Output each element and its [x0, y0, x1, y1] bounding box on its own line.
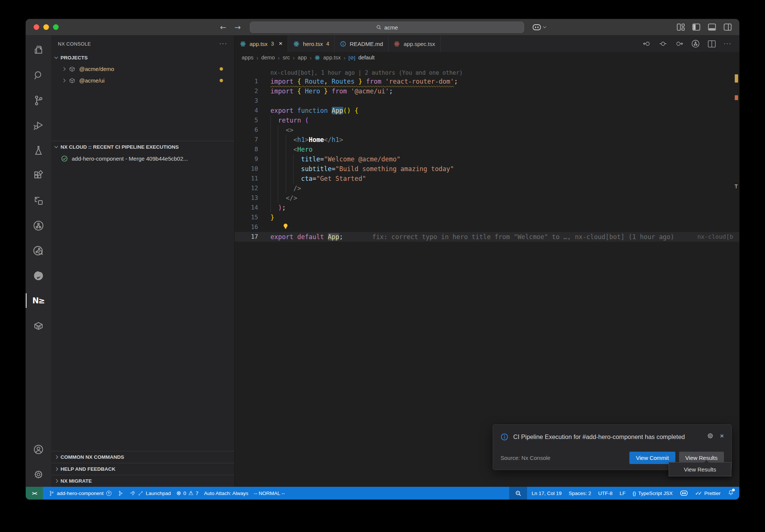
- maximize-window-button[interactable]: [53, 24, 59, 30]
- notification-close-icon[interactable]: ×: [720, 432, 724, 439]
- tab-app-spec-tsx[interactable]: app.spec.tsx: [388, 35, 440, 52]
- breadcrumb-item[interactable]: src: [283, 55, 290, 61]
- code-line[interactable]: 5 return (: [235, 115, 739, 125]
- testing-icon[interactable]: [26, 138, 51, 163]
- source-control-icon[interactable]: [26, 88, 51, 113]
- encoding-item[interactable]: UTF-8: [598, 491, 613, 496]
- copilot-menu[interactable]: [532, 24, 546, 31]
- breadcrumb-item[interactable]: default: [358, 55, 375, 61]
- copilot-icon: [532, 24, 541, 31]
- tab-label: hero.tsx: [303, 41, 323, 47]
- line-number: 4: [235, 106, 258, 115]
- editor-more-actions-icon[interactable]: ···: [724, 40, 732, 47]
- zoom-icon: [515, 490, 521, 497]
- code-line[interactable]: 11 cta="Get Started": [235, 174, 739, 183]
- pane-label: COMMON NX COMMANDS: [61, 454, 124, 460]
- extensions-icon[interactable]: [26, 163, 51, 188]
- nx-cloud-section-header[interactable]: NX CLOUD :: RECENT CI PIPELINE EXECUTION…: [51, 141, 234, 152]
- nx-cloud-graph-icon[interactable]: [26, 213, 51, 238]
- tab-app-tsx[interactable]: app.tsx 3 ×: [235, 35, 288, 52]
- notifications-bell[interactable]: [728, 489, 734, 497]
- tab-hero-tsx[interactable]: hero.tsx 4: [288, 35, 335, 52]
- code-line[interactable]: 10 subtitle="Build something amazing tod…: [235, 164, 739, 174]
- vim-mode-indicator[interactable]: -- NORMAL --: [254, 491, 285, 496]
- settings-gear-icon[interactable]: [26, 462, 51, 487]
- sidebar-more-actions[interactable]: ···: [219, 40, 227, 47]
- notification-source: Source: Nx Console: [501, 455, 550, 461]
- breadcrumb-item[interactable]: app: [298, 55, 307, 61]
- code-line[interactable]: 6 <>: [235, 125, 739, 135]
- code-line[interactable]: 16: [235, 222, 739, 232]
- lightbulb-icon[interactable]: [283, 222, 288, 232]
- help-and-feedback-header[interactable]: HELP AND FEEDBACK: [51, 463, 234, 475]
- chevron-right-icon: [62, 79, 66, 83]
- code-line[interactable]: 7 <h1>Home</h1>: [235, 135, 739, 145]
- breadcrumb-item[interactable]: apps: [242, 55, 253, 61]
- explorer-icon[interactable]: [26, 38, 51, 63]
- toggle-panel-icon[interactable]: [708, 24, 716, 31]
- edge-browser-icon[interactable]: [26, 263, 51, 288]
- accounts-icon[interactable]: [26, 437, 51, 462]
- nx-migrate-header[interactable]: NX MIGRATE: [51, 475, 234, 487]
- projects-section-header[interactable]: PROJECTS: [51, 52, 234, 63]
- back-icon[interactable]: ←: [220, 23, 226, 32]
- code-editor[interactable]: nx-cloud[bot], 1 hour ago | 2 authors (Y…: [235, 63, 739, 487]
- split-editor-icon[interactable]: [708, 40, 716, 47]
- code-line[interactable]: 1import { Route, Routes } from 'react-ro…: [235, 77, 739, 86]
- nx-console-icon[interactable]: N≥: [26, 288, 51, 313]
- pipeline-execution-item[interactable]: add-hero-component - Merge 409b44e5cb02.…: [51, 152, 234, 165]
- eol-item[interactable]: LF: [620, 491, 626, 496]
- container-tools-icon[interactable]: [26, 313, 51, 338]
- problems-item[interactable]: ⊗ 0 ⚠ 7: [176, 490, 198, 497]
- forward-icon[interactable]: →: [235, 23, 241, 32]
- code-line[interactable]: 13 </>: [235, 193, 739, 203]
- graph-inspect-icon[interactable]: [26, 238, 51, 263]
- code-line[interactable]: 3: [235, 96, 739, 106]
- tab-readme-md[interactable]: README.md: [335, 35, 388, 52]
- line-number: 9: [235, 154, 258, 164]
- toggle-primary-sidebar-icon[interactable]: [692, 24, 700, 31]
- minimize-window-button[interactable]: [43, 24, 49, 30]
- command-center-search[interactable]: acme: [250, 22, 524, 33]
- search-icon: [376, 25, 381, 30]
- toggle-secondary-sidebar-icon[interactable]: [724, 24, 732, 31]
- close-tab-icon[interactable]: ×: [279, 40, 282, 47]
- customize-layout-icon[interactable]: [677, 24, 685, 31]
- code-line[interactable]: 8 <Hero: [235, 145, 739, 154]
- auto-attach-item[interactable]: Auto Attach: Always: [204, 491, 248, 496]
- cursor-position-item[interactable]: Ln 17, Col 19: [532, 491, 561, 496]
- prev-change-icon[interactable]: [643, 40, 651, 47]
- remote-explorer-icon[interactable]: [26, 188, 51, 213]
- notification-settings-gear-icon[interactable]: [707, 432, 714, 439]
- code-line[interactable]: 17export default App;fix: correct typo i…: [235, 232, 739, 242]
- zoom-status-item[interactable]: [509, 487, 527, 499]
- commit-graph-icon[interactable]: [691, 39, 700, 48]
- project-item-acme-demo[interactable]: @acme/demo: [51, 63, 234, 75]
- code-line[interactable]: 12 />: [235, 183, 739, 193]
- search-sidebar-icon[interactable]: [26, 63, 51, 88]
- breadcrumb-item[interactable]: app.tsx: [323, 55, 341, 61]
- run-debug-icon[interactable]: [26, 113, 51, 138]
- modified-dot: [220, 79, 223, 82]
- line-number: 12: [235, 183, 258, 193]
- code-line[interactable]: 2import { Hero } from '@acme/ui';: [235, 86, 739, 96]
- prettier-item[interactable]: ✓✓ Prettier: [695, 490, 721, 496]
- remote-indicator[interactable]: ><: [26, 487, 43, 499]
- commit-graph-status-item[interactable]: [118, 490, 124, 497]
- code-line[interactable]: 15}: [235, 213, 739, 222]
- launchpad-item[interactable]: Launchpad: [129, 490, 171, 497]
- breadcrumb-item[interactable]: demo: [261, 55, 275, 61]
- next-change-icon[interactable]: [675, 40, 683, 47]
- close-window-button[interactable]: [34, 24, 39, 30]
- indentation-item[interactable]: Spaces: 2: [569, 491, 591, 496]
- common-nx-commands-header[interactable]: COMMON NX COMMANDS: [51, 451, 234, 463]
- copilot-status-item[interactable]: [680, 490, 688, 496]
- toggle-blame-icon[interactable]: [659, 40, 667, 47]
- code-line[interactable]: 14 );: [235, 203, 739, 213]
- code-line[interactable]: 9 title="Welcome @acme/demo": [235, 154, 739, 164]
- git-branch-item[interactable]: add-hero-component: [49, 490, 112, 497]
- publish-icon: [106, 490, 112, 497]
- code-line[interactable]: 4export function App() {: [235, 106, 739, 115]
- project-item-acme-ui[interactable]: @acme/ui: [51, 75, 234, 86]
- language-mode-item[interactable]: {} TypeScript JSX: [633, 491, 673, 496]
